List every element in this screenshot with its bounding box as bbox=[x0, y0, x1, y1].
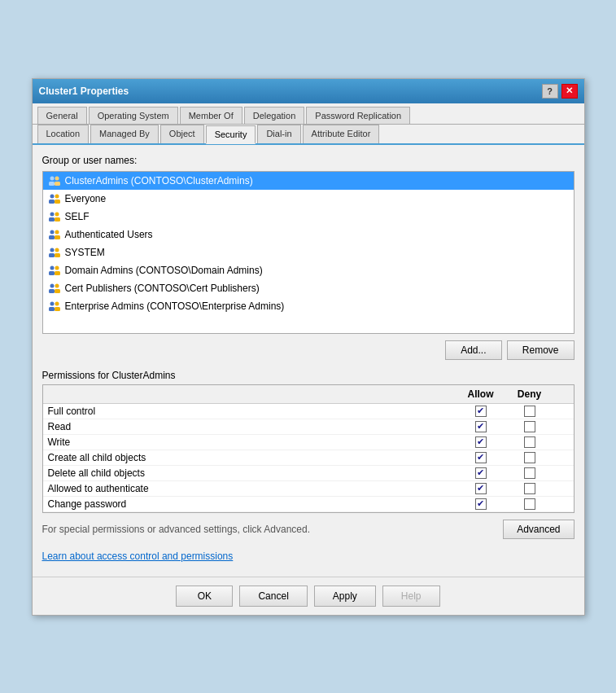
cancel-button[interactable]: Cancel bbox=[239, 586, 307, 607]
group-item-label: ClusterAdmins (CONTOSO\ClusterAdmins) bbox=[65, 175, 253, 186]
permissions-body: Full controlReadWriteCreate all child ob… bbox=[43, 404, 574, 512]
perm-row: Create all child objects bbox=[43, 450, 574, 466]
perm-col-deny: Deny bbox=[505, 388, 554, 400]
svg-rect-31 bbox=[55, 307, 60, 311]
permissions-title: Permissions for ClusterAdmins bbox=[42, 370, 574, 381]
deny-checkbox[interactable] bbox=[524, 421, 535, 432]
perm-allow-check[interactable] bbox=[457, 436, 505, 448]
svg-rect-6 bbox=[49, 200, 55, 204]
perm-allow-check[interactable] bbox=[457, 467, 505, 479]
svg-point-29 bbox=[55, 301, 59, 305]
tabs-row-2: Location Managed By Object Security Dial… bbox=[33, 125, 584, 145]
allow-checkbox[interactable] bbox=[475, 406, 487, 417]
tab-delegation[interactable]: Delegation bbox=[244, 107, 305, 124]
allow-checkbox[interactable] bbox=[475, 483, 487, 494]
allow-checkbox[interactable] bbox=[475, 421, 487, 432]
tab-member-of[interactable]: Member Of bbox=[180, 107, 242, 124]
help-window-btn[interactable]: ? bbox=[542, 84, 558, 99]
allow-checkbox[interactable] bbox=[475, 452, 487, 463]
deny-checkbox[interactable] bbox=[524, 436, 535, 448]
group-btn-row: Add... Remove bbox=[42, 340, 574, 360]
deny-checkbox[interactable] bbox=[524, 467, 535, 479]
user-group-icon bbox=[48, 192, 61, 205]
list-item[interactable]: Authenticated Users bbox=[43, 226, 574, 243]
list-item[interactable]: Everyone bbox=[43, 190, 574, 208]
tab-dial-in[interactable]: Dial-in bbox=[257, 125, 300, 143]
add-button[interactable]: Add... bbox=[445, 340, 502, 360]
svg-rect-22 bbox=[49, 271, 55, 275]
ok-button[interactable]: OK bbox=[176, 586, 233, 607]
perm-name: Write bbox=[48, 436, 457, 448]
user-group-icon bbox=[48, 264, 61, 277]
help-button: Help bbox=[382, 586, 440, 607]
perm-row: Read bbox=[43, 419, 574, 435]
advanced-button[interactable]: Advanced bbox=[503, 520, 574, 539]
perm-deny-check[interactable] bbox=[505, 421, 554, 432]
tab-location[interactable]: Location bbox=[37, 125, 90, 143]
svg-point-4 bbox=[50, 194, 54, 198]
tabs-row-1: General Operating System Member Of Deleg… bbox=[33, 103, 584, 125]
perm-deny-check[interactable] bbox=[505, 406, 554, 417]
list-item[interactable]: ClusterAdmins (CONTOSO\ClusterAdmins) bbox=[43, 172, 574, 190]
list-item[interactable]: Enterprise Admins (CONTOSO\Enterprise Ad… bbox=[43, 297, 574, 315]
perm-allow-check[interactable] bbox=[457, 406, 505, 417]
svg-point-17 bbox=[55, 248, 59, 252]
close-window-btn[interactable]: ✕ bbox=[561, 84, 578, 99]
tab-object[interactable]: Object bbox=[160, 125, 204, 143]
svg-rect-27 bbox=[55, 289, 60, 293]
properties-dialog: Cluster1 Properties ? ✕ General Operatin… bbox=[32, 78, 585, 616]
group-item-label: Everyone bbox=[65, 193, 107, 204]
special-perms-row: For special permissions or advanced sett… bbox=[42, 520, 574, 539]
perm-deny-check[interactable] bbox=[505, 483, 554, 494]
permissions-table: Allow Deny Full controlReadWriteCreate a… bbox=[42, 384, 574, 513]
perm-deny-check[interactable] bbox=[505, 467, 554, 479]
perm-row: Delete all child objects bbox=[43, 466, 574, 481]
svg-point-1 bbox=[55, 176, 59, 180]
perm-allow-check[interactable] bbox=[457, 498, 505, 510]
perm-allow-check[interactable] bbox=[457, 483, 505, 494]
allow-checkbox[interactable] bbox=[475, 467, 487, 479]
svg-point-20 bbox=[50, 265, 54, 270]
deny-checkbox[interactable] bbox=[524, 406, 535, 417]
tab-operating-system[interactable]: Operating System bbox=[89, 107, 178, 124]
perm-allow-check[interactable] bbox=[457, 421, 505, 432]
svg-rect-11 bbox=[55, 217, 60, 221]
allow-checkbox[interactable] bbox=[475, 498, 487, 510]
svg-point-13 bbox=[55, 230, 59, 234]
user-group-icon bbox=[48, 300, 61, 313]
tab-content: Group or user names: ClusterAdmins (CONT… bbox=[33, 145, 584, 577]
list-item[interactable]: Cert Publishers (CONTOSO\Cert Publishers… bbox=[43, 279, 574, 297]
list-item[interactable]: SELF bbox=[43, 208, 574, 226]
list-item[interactable]: SYSTEM bbox=[43, 243, 574, 261]
deny-checkbox[interactable] bbox=[524, 483, 535, 494]
tab-general[interactable]: General bbox=[37, 107, 87, 124]
deny-checkbox[interactable] bbox=[524, 498, 535, 510]
group-item-label: Enterprise Admins (CONTOSO\Enterprise Ad… bbox=[65, 300, 285, 312]
allow-checkbox[interactable] bbox=[475, 436, 487, 448]
apply-button[interactable]: Apply bbox=[314, 586, 376, 607]
group-list[interactable]: ClusterAdmins (CONTOSO\ClusterAdmins) Ev… bbox=[42, 171, 574, 334]
dialog-footer: OK Cancel Apply Help bbox=[33, 577, 584, 615]
svg-point-5 bbox=[55, 194, 59, 198]
user-group-icon bbox=[48, 282, 61, 295]
window-title: Cluster1 Properties bbox=[39, 86, 129, 97]
perm-deny-check[interactable] bbox=[505, 498, 554, 510]
svg-rect-14 bbox=[49, 235, 55, 239]
tab-attribute-editor[interactable]: Attribute Editor bbox=[303, 125, 380, 143]
perm-deny-check[interactable] bbox=[505, 452, 554, 463]
title-bar: Cluster1 Properties ? ✕ bbox=[33, 79, 584, 103]
perm-col-name bbox=[48, 388, 457, 400]
tab-security[interactable]: Security bbox=[206, 125, 256, 144]
learn-link[interactable]: Learn about access control and permissio… bbox=[42, 550, 234, 562]
deny-checkbox[interactable] bbox=[524, 452, 535, 463]
perm-allow-check[interactable] bbox=[457, 452, 505, 463]
group-item-label: SYSTEM bbox=[65, 247, 105, 258]
tab-managed-by[interactable]: Managed By bbox=[90, 125, 159, 143]
user-group-icon bbox=[48, 246, 61, 259]
remove-button[interactable]: Remove bbox=[507, 340, 574, 360]
tab-password-replication[interactable]: Password Replication bbox=[306, 107, 410, 124]
group-item-label: Authenticated Users bbox=[65, 229, 153, 240]
perm-col-allow: Allow bbox=[457, 388, 505, 400]
list-item[interactable]: Domain Admins (CONTOSO\Domain Admins) bbox=[43, 261, 574, 279]
perm-deny-check[interactable] bbox=[505, 436, 554, 448]
